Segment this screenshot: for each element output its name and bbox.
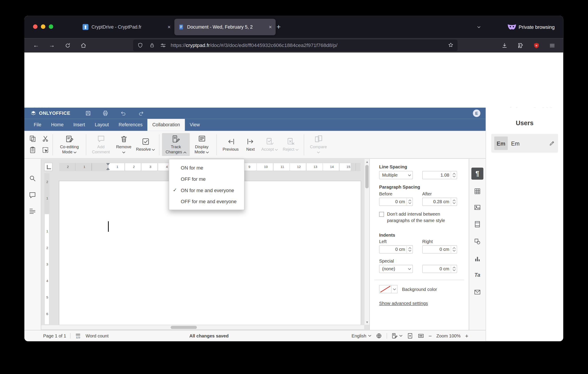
add-comment-button[interactable]: Add Comment (89, 133, 113, 156)
indent-left-spinner[interactable]: 0 cm (379, 245, 413, 253)
paragraph-settings-icon[interactable]: ¶ (472, 168, 483, 180)
zoom-out-button[interactable]: − (429, 332, 432, 339)
header-footer-settings-icon[interactable] (472, 218, 483, 230)
cut-icon[interactable] (42, 135, 49, 142)
tab-layout[interactable]: Layout (90, 119, 114, 131)
special-select[interactable]: (none) (379, 265, 413, 273)
chart-settings-icon[interactable] (472, 253, 483, 265)
ublock-origin-icon[interactable]: u (531, 41, 541, 50)
indent-right-spinner[interactable]: 0 cm (422, 245, 457, 253)
paragraph-settings-panel: Line Spacing Multiple 1.08 Paragraph Spa… (369, 159, 469, 330)
copy-icon[interactable] (29, 135, 36, 142)
find-search-icon[interactable] (29, 174, 37, 183)
mail-merge-icon[interactable] (472, 286, 483, 298)
tracking-protection-shield-icon[interactable] (137, 42, 143, 48)
shape-settings-icon[interactable] (472, 236, 483, 248)
menu-item-off-for-me[interactable]: OFF for me (169, 173, 244, 185)
permissions-icon[interactable] (160, 42, 166, 48)
tab-file[interactable]: File (29, 119, 46, 131)
vertical-scrollbar[interactable]: ▲ ▼ (364, 159, 369, 325)
coediting-mode-button[interactable]: Co-editing Mode (56, 133, 83, 156)
spellcheck-globe-icon[interactable] (376, 332, 382, 339)
fit-page-icon[interactable] (407, 332, 413, 339)
spacing-after-spinner[interactable]: 0.28 cm (422, 198, 457, 206)
back-icon[interactable]: ← (31, 41, 41, 50)
horizontal-scroll-thumb[interactable] (171, 326, 197, 329)
check-icon: ✓ (173, 187, 177, 193)
horizontal-scrollbar[interactable] (41, 325, 364, 329)
tab-references[interactable]: References (114, 119, 147, 131)
line-spacing-amount-spinner[interactable]: 1.08 (422, 171, 457, 179)
background-color-dropdown[interactable] (391, 285, 398, 293)
tab-home[interactable]: Home (46, 119, 68, 131)
edit-user-pencil-icon[interactable] (549, 140, 555, 146)
menu-hamburger-icon[interactable] (547, 41, 557, 50)
accept-change-button[interactable]: Accept (259, 135, 280, 154)
zoom-in-button[interactable]: + (465, 332, 468, 339)
next-change-button[interactable]: Next (242, 135, 259, 154)
window-close-button[interactable] (33, 24, 37, 29)
reload-icon[interactable] (63, 41, 73, 50)
track-changes-button[interactable]: Track Changes (162, 133, 190, 156)
vertical-scroll-thumb[interactable] (365, 165, 369, 188)
display-mode-button[interactable]: Display Mode (190, 133, 214, 156)
table-settings-icon[interactable] (472, 185, 483, 197)
track-changes-status-toggle[interactable] (391, 332, 402, 339)
extensions-puzzle-icon[interactable] (515, 41, 525, 50)
menu-item-on-for-me[interactable]: ON for me (169, 162, 244, 173)
add-comment-icon (97, 135, 105, 143)
tab-close-icon[interactable]: × (168, 24, 171, 30)
save-icon[interactable] (85, 110, 91, 116)
textart-settings-icon[interactable]: Ta (472, 269, 483, 281)
window-zoom-button[interactable] (49, 24, 53, 29)
compare-button[interactable]: Compare (307, 133, 330, 156)
reject-change-button[interactable]: Reject (280, 135, 301, 154)
url-bar[interactable]: https://cryptpad.fr/doc/#/3/doc/edit/ff0… (133, 40, 458, 51)
tab-stop-selector[interactable] (44, 163, 52, 171)
background-color-swatch[interactable] (379, 285, 391, 293)
print-icon[interactable] (102, 110, 108, 116)
tab-insert[interactable]: Insert (68, 119, 90, 131)
connection-lock-icon[interactable] (149, 42, 155, 48)
page-indicator[interactable]: Page 1 of 1 (43, 333, 66, 339)
scroll-down-icon[interactable]: ▼ (365, 320, 370, 325)
navigation-headings-icon[interactable] (29, 207, 37, 216)
tab-view[interactable]: View (185, 119, 204, 131)
interval-checkbox[interactable] (379, 212, 384, 217)
zoom-level[interactable]: Zoom 100% (436, 333, 461, 339)
forward-icon[interactable]: → (47, 41, 57, 50)
advanced-settings-link[interactable]: Show advanced settings (379, 301, 428, 306)
menu-item-on-for-everyone[interactable]: ✓ ON for me and everyone (169, 185, 244, 196)
undo-icon[interactable] (120, 110, 126, 116)
line-spacing-select[interactable]: Multiple (379, 171, 413, 179)
next-arrow-icon (246, 137, 255, 146)
fit-width-icon[interactable] (418, 332, 424, 339)
tab-cryptdrive[interactable]: CryptDrive - CryptPad.fr × (79, 19, 174, 35)
downloads-icon[interactable] (500, 41, 509, 50)
image-settings-icon[interactable] (472, 201, 483, 213)
tab-title: Document - Wed, February 5, 2 (187, 24, 253, 30)
paste-icon[interactable] (29, 146, 36, 154)
new-tab-button[interactable]: + (273, 22, 284, 32)
language-selector[interactable]: English (352, 333, 371, 339)
word-count-label[interactable]: Word count (86, 333, 109, 339)
vertical-ruler[interactable]: 21123456 (44, 173, 50, 325)
tab-document[interactable]: Document - Wed, February 5, 2 × (174, 19, 276, 35)
list-all-tabs-icon[interactable] (474, 23, 483, 32)
tab-close-icon[interactable]: × (269, 24, 272, 30)
editor-user-avatar[interactable]: E (473, 109, 480, 117)
home-icon[interactable] (78, 41, 88, 50)
tab-collaboration[interactable]: Collaboration (147, 119, 185, 131)
resolve-comments-button[interactable]: Resolve (135, 135, 157, 154)
select-all-icon[interactable] (42, 146, 49, 154)
special-amount-spinner[interactable]: 0 cm (422, 265, 457, 273)
menu-item-off-for-everyone[interactable]: OFF for me and everyone (169, 196, 244, 207)
remove-comments-button[interactable]: Remove (113, 133, 135, 156)
spacing-before-spinner[interactable]: 0 cm (379, 198, 413, 206)
window-minimize-button[interactable] (41, 24, 45, 29)
bookmark-star-icon[interactable] (448, 42, 454, 48)
previous-change-button[interactable]: Previous (219, 135, 242, 154)
comments-panel-icon[interactable] (29, 191, 37, 199)
redo-icon[interactable] (138, 110, 144, 116)
scroll-up-icon[interactable]: ▲ (365, 159, 370, 164)
